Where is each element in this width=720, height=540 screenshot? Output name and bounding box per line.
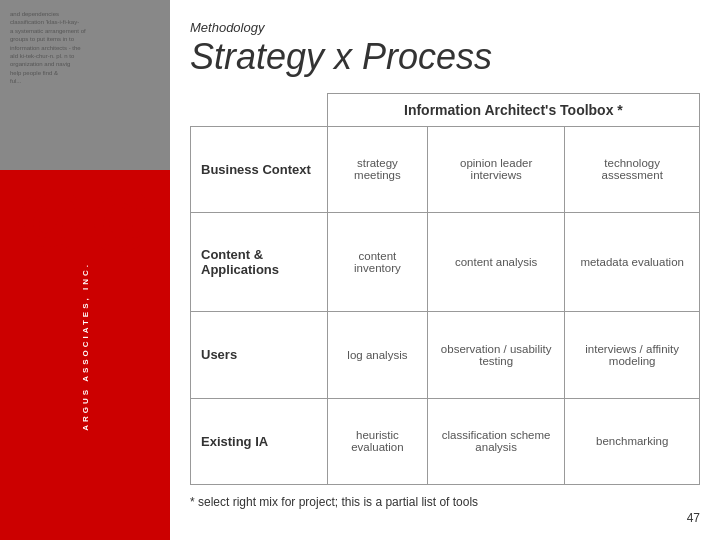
page-subtitle: Methodology [190, 20, 700, 35]
cell-2-0: log analysis [327, 312, 427, 398]
cell-3-1: classification scheme analysis [427, 398, 564, 484]
cell-0-2: technology assessment [565, 126, 700, 212]
cell-0-1: opinion leader interviews [427, 126, 564, 212]
cell-1-1: content analysis [427, 213, 564, 312]
table-corner-empty [191, 93, 328, 126]
row-header-1: Content & Applications [191, 213, 328, 312]
cell-0-0: strategy meetings [327, 126, 427, 212]
page-number: 47 [190, 511, 700, 525]
cell-3-0: heuristic evaluation [327, 398, 427, 484]
strategy-matrix-table: Information Architect's Toolbox * Busine… [190, 93, 700, 485]
row-header-3: Existing IA [191, 398, 328, 484]
cell-1-2: metadata evaluation [565, 213, 700, 312]
row-header-0: Business Context [191, 126, 328, 212]
left-sidebar: and dependencies classification 'klas-i-… [0, 0, 170, 540]
company-name: ARGUS ASSOCIATES, INC. [81, 262, 90, 431]
main-content: Methodology Strategy x Process Informati… [170, 0, 720, 540]
cell-2-1: observation / usability testing [427, 312, 564, 398]
cell-2-2: interviews / affinity modeling [565, 312, 700, 398]
page-title: Strategy x Process [190, 37, 700, 77]
cell-1-0: content inventory [327, 213, 427, 312]
footnote: * select right mix for project; this is … [190, 495, 700, 509]
at-symbol: @@ [15, 180, 155, 252]
row-header-2: Users [191, 312, 328, 398]
sidebar-decorative-text: and dependencies classification 'klas-i-… [10, 10, 160, 86]
sidebar-image: and dependencies classification 'klas-i-… [0, 0, 170, 170]
toolbox-header: Information Architect's Toolbox * [327, 93, 699, 126]
cell-3-2: benchmarking [565, 398, 700, 484]
